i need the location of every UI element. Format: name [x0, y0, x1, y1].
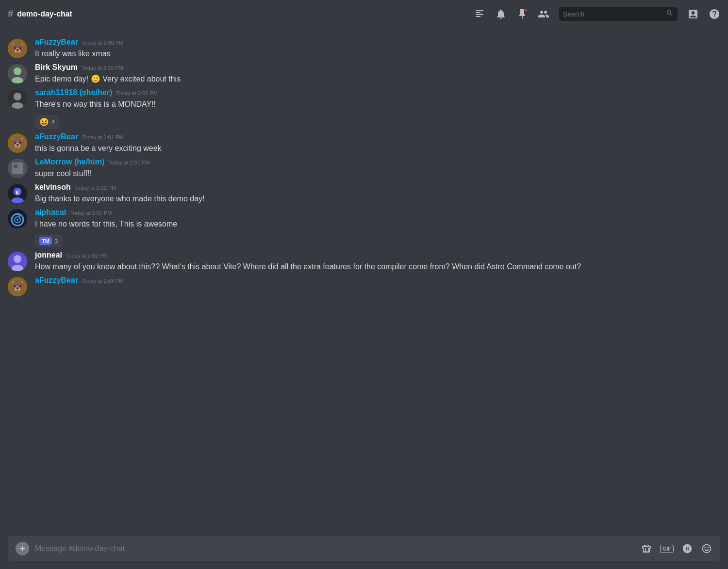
members-icon[interactable] [538, 8, 549, 20]
message-content: aFuzzyBear Today at 2:01 PM this is gonn… [35, 132, 720, 154]
username[interactable]: aFuzzyBear [35, 38, 78, 47]
avatar: K [8, 184, 27, 203]
svg-point-16 [17, 219, 18, 221]
bell-icon[interactable] [495, 8, 507, 20]
reaction-button[interactable]: TM 3 [35, 235, 62, 247]
svg-rect-8 [14, 164, 17, 168]
svg-point-4 [14, 93, 21, 100]
channel-name: demo-day-chat [17, 10, 72, 18]
timestamp: Today at 2:00 PM [116, 90, 158, 96]
message-content: kelvinsoh Today at 2:01 PM Big thanks to… [35, 183, 720, 204]
message-content: LeMorrow (he/him) Today at 2:01 PM super… [35, 158, 720, 179]
avatar [8, 252, 27, 271]
message-content: Birk Skyum Today at 2:00 PM Epic demo da… [35, 63, 720, 84]
message-text: Big thanks to everyone who made this dem… [35, 194, 720, 204]
message-input-area: + Message #demo-day-chat GIF [0, 532, 728, 569]
search-input[interactable] [563, 10, 663, 18]
plus-icon: + [19, 543, 25, 554]
message-group: LeMorrow (he/him) Today at 2:01 PM super… [0, 156, 728, 181]
message-text: super cool stuff!! [35, 168, 720, 179]
message-group: 🐻 aFuzzyBear Today at 2:01 PM this is go… [0, 130, 728, 156]
message-header: aFuzzyBear Today at 2:00 PM [35, 38, 720, 47]
message-header: aFuzzyBear Today at 2:01 PM [35, 132, 720, 141]
message-header: sarah11918 (she/her) Today at 2:00 PM [35, 88, 720, 97]
avatar: 🐻 [8, 277, 27, 296]
timestamp: Today at 2:01 PM [75, 185, 116, 191]
message-text: How many of you knew about this?? What's… [35, 261, 720, 272]
message-text: It really was like xmas [35, 49, 720, 59]
message-group: jonneal Today at 2:02 PM How many of you… [0, 249, 728, 274]
username[interactable]: sarah11918 (she/her) [35, 88, 112, 97]
add-attachment-button[interactable]: + [16, 542, 29, 555]
svg-point-18 [14, 255, 21, 263]
reaction-button[interactable]: 😆 4 [35, 115, 59, 129]
avatar [8, 89, 27, 109]
message-group: K kelvinsoh Today at 2:01 PM Big thanks … [0, 181, 728, 206]
message-content: jonneal Today at 2:02 PM How many of you… [35, 251, 720, 272]
username[interactable]: alphacat [35, 208, 66, 217]
threads-icon[interactable] [474, 8, 485, 20]
sticker-icon[interactable] [681, 543, 693, 554]
message-input-placeholder[interactable]: Message #demo-day-chat [35, 544, 635, 553]
emoji-picker-icon[interactable] [701, 543, 712, 554]
username[interactable]: LeMorrow (he/him) [35, 158, 104, 166]
timestamp: Today at 2:01 PM [108, 160, 150, 165]
timestamp: Today at 2:01 PM [70, 210, 112, 216]
message-header: kelvinsoh Today at 2:01 PM [35, 183, 720, 192]
message-group: sarah11918 (she/her) Today at 2:00 PM Th… [0, 86, 728, 130]
gif-button[interactable]: GIF [660, 545, 674, 553]
message-header: alphacat Today at 2:01 PM [35, 208, 720, 217]
timestamp: Today at 2:03 PM [82, 278, 124, 284]
username[interactable]: jonneal [35, 251, 62, 260]
message-content: aFuzzyBear Today at 2:00 PM It really wa… [35, 38, 720, 59]
header-icons [474, 7, 720, 21]
avatar [8, 64, 27, 83]
username[interactable]: kelvinsoh [35, 183, 71, 192]
message-header: LeMorrow (he/him) Today at 2:01 PM [35, 158, 720, 166]
reaction-emoji: 😆 [39, 117, 49, 127]
message-header: Birk Skyum Today at 2:00 PM [35, 63, 720, 72]
username[interactable]: aFuzzyBear [35, 276, 78, 285]
message-group: 🐻 aFuzzyBear Today at 2:00 PM It really … [0, 36, 728, 61]
svg-text:K: K [16, 190, 19, 195]
message-content: aFuzzyBear Today at 2:03 PM [35, 276, 720, 296]
inbox-icon[interactable] [687, 8, 699, 20]
message-header: jonneal Today at 2:02 PM [35, 251, 720, 260]
timestamp: Today at 2:01 PM [82, 134, 124, 140]
timestamp: Today at 2:00 PM [82, 40, 124, 46]
input-icons: GIF [641, 543, 712, 554]
avatar [8, 209, 27, 228]
header: # demo-day-chat [0, 0, 728, 28]
help-icon[interactable] [709, 8, 720, 20]
message-group: alphacat Today at 2:01 PM I have no word… [0, 206, 728, 249]
message-text: I have no words for this, This is awesom… [35, 219, 720, 229]
avatar: 🐻 [8, 133, 27, 153]
message-text: this is gonna be a very exciting week [35, 143, 720, 154]
svg-point-1 [14, 67, 21, 75]
messages-container: 🐻 aFuzzyBear Today at 2:00 PM It really … [0, 28, 728, 532]
pin-icon[interactable] [516, 8, 528, 20]
reaction-count: 3 [54, 238, 58, 245]
message-header: aFuzzyBear Today at 2:03 PM [35, 276, 720, 285]
timestamp: Today at 2:02 PM [66, 253, 108, 259]
message-input-box[interactable]: + Message #demo-day-chat GIF [8, 536, 720, 561]
gift-icon[interactable] [641, 543, 652, 554]
username[interactable]: Birk Skyum [35, 63, 78, 72]
message-group: 🐻 aFuzzyBear Today at 2:03 PM [0, 274, 728, 300]
message-text: There's no way this is a MONDAY!! [35, 99, 720, 110]
timestamp: Today at 2:00 PM [82, 65, 123, 71]
avatar [8, 159, 27, 178]
username[interactable]: aFuzzyBear [35, 132, 78, 141]
message-content: sarah11918 (she/her) Today at 2:00 PM Th… [35, 88, 720, 129]
message-content: alphacat Today at 2:01 PM I have no word… [35, 208, 720, 247]
search-box[interactable] [559, 7, 678, 21]
message-text: Epic demo day! 🙂 Very excited about this [35, 74, 720, 84]
avatar: 🐻 [8, 39, 27, 58]
svg-rect-7 [12, 163, 23, 174]
channel-title: # demo-day-chat [8, 8, 72, 19]
message-group: Birk Skyum Today at 2:00 PM Epic demo da… [0, 61, 728, 86]
reaction-badge: TM [39, 237, 52, 245]
hash-icon: # [8, 8, 13, 19]
reaction-count: 4 [51, 118, 55, 126]
search-icon [666, 9, 674, 19]
